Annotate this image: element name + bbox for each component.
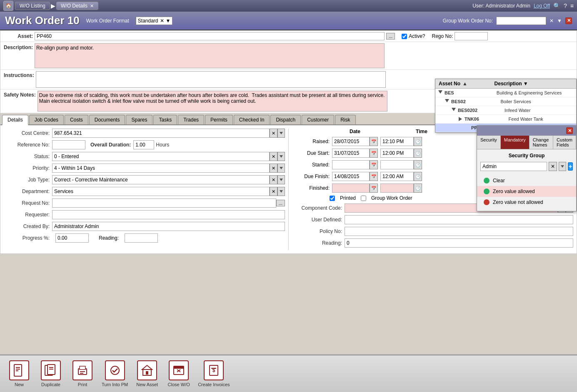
modal-tab-custom-fields[interactable]: Custom Fields: [553, 136, 576, 149]
asset-browse-button[interactable]: ...: [386, 33, 395, 40]
job-type-clear-button[interactable]: ✕: [270, 175, 277, 184]
printed-checkbox[interactable]: [330, 196, 335, 201]
request-no-input[interactable]: [52, 198, 276, 208]
close-wo-button[interactable]: Close W/O: [166, 360, 191, 387]
create-invoices-button[interactable]: $ Create Invoices: [198, 360, 230, 387]
cost-centre-clear-button[interactable]: ✕: [270, 129, 277, 138]
request-no-browse-button[interactable]: ...: [276, 200, 285, 206]
menu-icon[interactable]: ≡: [570, 2, 574, 9]
expand-arrow-icon[interactable]: [437, 89, 444, 96]
desc-col-header[interactable]: Description ▼: [493, 80, 575, 87]
safety-textarea[interactable]: Due to extreme risk of scalding, this wo…: [37, 91, 387, 112]
right-reading-input[interactable]: [345, 238, 573, 248]
finished-time-input[interactable]: [380, 184, 414, 193]
department-dropdown-button[interactable]: [277, 187, 285, 196]
raised-clock-button[interactable]: 🕐: [414, 137, 422, 146]
expand-arrow-icon[interactable]: [457, 116, 464, 122]
reference-input[interactable]: [52, 140, 85, 149]
list-item[interactable]: BES0202 Infeed Water: [435, 106, 576, 115]
due-start-calendar-button[interactable]: 📅: [370, 149, 378, 158]
window-close-button[interactable]: ✕: [565, 17, 572, 24]
tab-tasks[interactable]: Tasks: [153, 115, 177, 124]
finished-date-input[interactable]: [332, 184, 370, 193]
department-clear-button[interactable]: ✕: [270, 187, 277, 196]
status-clear-button[interactable]: ✕: [270, 152, 277, 161]
logoff-link[interactable]: Log Off: [534, 3, 550, 9]
search-icon[interactable]: 🔍: [553, 2, 560, 9]
user-defined-input[interactable]: [345, 215, 573, 224]
asset-input[interactable]: [35, 32, 385, 40]
started-clock-button[interactable]: 🕐: [414, 160, 422, 169]
expand-arrow-icon[interactable]: [450, 107, 457, 114]
modal-tab-mandatory[interactable]: Mandatory: [501, 136, 530, 149]
finished-calendar-button[interactable]: 📅: [370, 184, 378, 193]
breadcrumb-wo-listing[interactable]: W/O Listing: [15, 2, 50, 10]
due-finish-date-input[interactable]: [332, 172, 370, 181]
format-clear-icon[interactable]: ✕: [160, 18, 164, 24]
raised-date-input[interactable]: [332, 137, 370, 146]
started-date-input[interactable]: [332, 160, 370, 169]
raised-time-input[interactable]: [380, 137, 414, 146]
requester-input[interactable]: [52, 210, 285, 219]
home-button[interactable]: 🏠: [3, 1, 13, 11]
security-group-input[interactable]: [480, 162, 547, 171]
active-checkbox[interactable]: [402, 34, 407, 39]
list-item[interactable]: BES Building & Engineering Services: [435, 89, 576, 97]
security-group-add-button[interactable]: +: [568, 162, 573, 171]
due-finish-time-input[interactable]: [380, 172, 414, 181]
department-input[interactable]: [52, 187, 270, 196]
group-wo-clear-icon[interactable]: ✕: [550, 18, 554, 24]
duplicate-button[interactable]: Duplicate: [38, 360, 63, 387]
tab-customer[interactable]: Customer: [302, 115, 334, 124]
overall-duration-input[interactable]: [133, 140, 154, 149]
priority-dropdown-button[interactable]: [277, 164, 285, 173]
due-finish-calendar-button[interactable]: 📅: [370, 172, 378, 181]
group-wo-dropdown-icon[interactable]: ▼: [557, 18, 562, 24]
started-time-input[interactable]: [380, 160, 414, 169]
tab-permits[interactable]: Permits: [205, 115, 233, 124]
format-dropdown-icon[interactable]: ▼: [166, 18, 171, 24]
new-button[interactable]: New: [7, 360, 32, 387]
security-group-clear-button[interactable]: ✕: [549, 162, 557, 171]
new-asset-button[interactable]: New Asset: [135, 360, 160, 387]
progress-input[interactable]: [55, 233, 89, 243]
priority-clear-button[interactable]: ✕: [270, 164, 277, 173]
tab-checked-in[interactable]: Checked In: [234, 115, 270, 124]
job-type-input[interactable]: [52, 175, 270, 184]
help-icon[interactable]: ?: [564, 2, 567, 9]
modal-close-button[interactable]: ✕: [566, 127, 573, 134]
job-type-dropdown-button[interactable]: [277, 175, 285, 184]
group-wo-input[interactable]: [496, 17, 546, 25]
description-textarea[interactable]: Re-align pump and motor.: [35, 43, 385, 68]
priority-input[interactable]: [52, 164, 270, 173]
finished-clock-button[interactable]: 🕐: [414, 184, 422, 193]
expand-arrow-icon[interactable]: [444, 98, 450, 105]
tab-job-codes[interactable]: Job Codes: [29, 115, 64, 124]
security-group-dropdown-button[interactable]: [559, 162, 566, 171]
due-start-date-input[interactable]: [332, 149, 370, 158]
instructions-textarea[interactable]: [36, 71, 386, 88]
due-start-clock-button[interactable]: 🕐: [414, 149, 422, 158]
list-item[interactable]: TNK06 Feed Water Tank: [435, 115, 576, 124]
breadcrumb-close-icon[interactable]: ✕: [90, 3, 94, 9]
desc-dropdown-icon[interactable]: ▼: [523, 81, 528, 87]
due-start-time-input[interactable]: [380, 149, 414, 158]
print-button[interactable]: Print: [70, 360, 95, 387]
group-wo-checkbox[interactable]: [361, 196, 366, 201]
status-dropdown-button[interactable]: [277, 152, 285, 161]
modal-tab-security[interactable]: Security: [477, 136, 501, 149]
tab-dispatch[interactable]: Dispatch: [270, 115, 301, 124]
asset-no-col-header[interactable]: Asset No ▲: [437, 80, 493, 87]
tab-spares[interactable]: Spares: [126, 115, 152, 124]
tab-costs[interactable]: Costs: [65, 115, 88, 124]
modal-tab-change-names[interactable]: Change Names: [530, 136, 553, 149]
cost-centre-dropdown-button[interactable]: [277, 129, 285, 138]
tab-trades[interactable]: Trades: [178, 115, 204, 124]
tab-documents[interactable]: Documents: [89, 115, 125, 124]
started-calendar-button[interactable]: 📅: [370, 160, 378, 169]
rego-input[interactable]: [455, 32, 488, 40]
cost-centre-input[interactable]: [52, 129, 270, 138]
policy-no-input[interactable]: [345, 227, 573, 236]
due-finish-clock-button[interactable]: 🕐: [414, 172, 422, 181]
tab-details[interactable]: Details: [2, 115, 28, 125]
